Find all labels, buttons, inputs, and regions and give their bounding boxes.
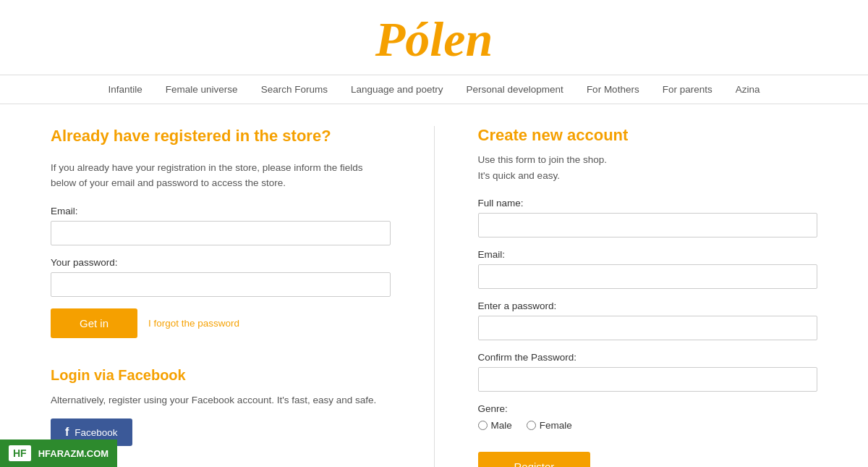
watermark-text: HFARAZM.COM (38, 448, 109, 459)
main-content: Already have registered in the store? If… (36, 104, 832, 467)
register-email-group: Email: (478, 249, 818, 289)
nav-language-poetry[interactable]: Language and poetry (339, 75, 455, 104)
login-title: Already have registered in the store? (51, 126, 391, 147)
fullname-label: Full name: (478, 198, 818, 209)
nav-infantile[interactable]: Infantile (97, 75, 154, 104)
register-section: Create new account Use this form to join… (435, 126, 818, 467)
password-group: Your password: (51, 257, 391, 297)
register-subtitle: Use this form to join the shop. It's qui… (478, 152, 818, 183)
login-description: If you already have your registration in… (51, 160, 391, 191)
watermark: HF HFARAZM.COM (0, 439, 117, 467)
site-logo: Pólen (0, 14, 868, 64)
genre-group: Genre: Male Female (478, 403, 818, 437)
nav-for-parents[interactable]: For parents (651, 75, 724, 104)
email-group: Email: (51, 206, 391, 245)
get-in-button[interactable]: Get in (51, 308, 137, 338)
facebook-btn-label: Facebook (75, 427, 117, 438)
male-radio[interactable] (478, 421, 488, 430)
nav-azina[interactable]: Azina (724, 75, 772, 104)
confirm-password-group: Confirm the Password: (478, 352, 818, 392)
male-option[interactable]: Male (478, 420, 512, 431)
fullname-input[interactable] (478, 213, 818, 237)
new-password-group: Enter a password: (478, 300, 818, 340)
new-password-input[interactable] (478, 316, 818, 340)
forgot-password-link[interactable]: I forgot the password (148, 318, 239, 329)
password-input[interactable] (51, 272, 391, 297)
facebook-section: Login via Facebook Alternatively, regist… (51, 367, 391, 447)
register-email-label: Email: (478, 249, 818, 260)
facebook-description: Alternatively, register using your Faceb… (51, 392, 391, 408)
fullname-group: Full name: (478, 198, 818, 237)
nav-search-forums[interactable]: Search Forums (250, 75, 339, 104)
genre-label: Genre: (478, 403, 818, 414)
header: Pólen (0, 0, 868, 75)
password-label: Your password: (51, 257, 391, 268)
genre-options: Male Female (478, 420, 818, 437)
confirm-password-label: Confirm the Password: (478, 352, 818, 363)
register-title: Create new account (478, 126, 818, 145)
navigation: Infantile Female universe Search Forums … (0, 75, 868, 104)
nav-for-mothers[interactable]: For Mothers (575, 75, 651, 104)
nav-female-universe[interactable]: Female universe (154, 75, 250, 104)
email-label: Email: (51, 206, 391, 216)
nav-personal-development[interactable]: Personal development (455, 75, 575, 104)
watermark-logo: HF (9, 445, 31, 461)
login-actions: Get in I forgot the password (51, 308, 391, 338)
email-input[interactable] (51, 221, 391, 245)
register-email-input[interactable] (478, 264, 818, 289)
confirm-password-input[interactable] (478, 367, 818, 392)
female-label: Female (540, 420, 572, 431)
facebook-title: Login via Facebook (51, 367, 391, 384)
new-password-label: Enter a password: (478, 300, 818, 311)
login-section: Already have registered in the store? If… (51, 126, 435, 467)
female-radio[interactable] (527, 421, 536, 430)
facebook-icon: f (65, 426, 69, 439)
register-button[interactable]: Register (478, 452, 591, 467)
male-label: Male (491, 420, 512, 431)
female-option[interactable]: Female (527, 420, 572, 431)
